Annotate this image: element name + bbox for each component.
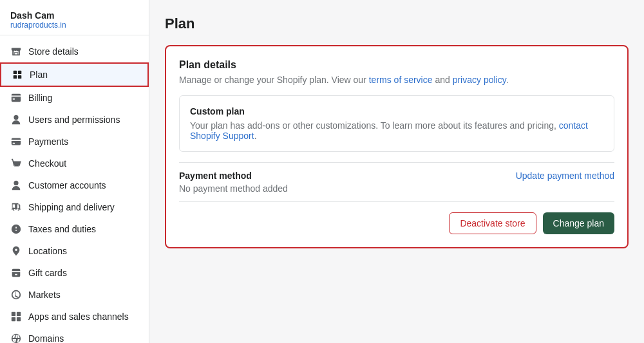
plan-details-desc-suffix: . [506,75,509,85]
sidebar-item-plan[interactable]: Plan [0,62,149,87]
sidebar-item-label: Shipping and delivery [28,202,115,212]
custom-plan-description: Your plan has add-ons or other customiza… [190,120,603,141]
sidebar-item-label: Customer accounts [28,180,106,190]
sidebar-item-label: Gift cards [28,268,67,278]
customer-accounts-icon [10,180,22,191]
sidebar-item-billing[interactable]: Billing [0,87,149,109]
payments-icon [10,136,22,147]
sidebar-item-shipping-and-delivery[interactable]: Shipping and delivery [0,196,149,218]
custom-plan-box: Custom plan Your plan has add-ons or oth… [179,95,614,152]
sidebar-item-label: Domains [28,333,64,343]
sidebar-item-payments[interactable]: Payments [0,131,149,153]
sidebar-item-label: Billing [28,93,52,103]
payment-method-value: No payment method added [179,183,288,194]
sidebar-item-label: Markets [28,290,61,300]
svg-rect-7 [17,317,21,321]
svg-rect-2 [14,75,17,79]
sidebar-header: Dash Cam rudraproducts.in [0,0,149,35]
domains-icon [10,333,22,343]
store-url: rudraproducts.in [10,21,138,30]
plan-details-desc-middle: and [433,75,453,85]
billing-icon [10,92,22,104]
sidebar-item-markets[interactable]: Markets [0,284,149,306]
custom-plan-desc-suffix: . [254,131,257,141]
sidebar-item-domains[interactable]: Domains [0,328,149,343]
store-icon [10,46,22,57]
sidebar-item-label: Checkout [28,158,66,169]
users-icon [10,114,22,125]
page-title: Plan [165,15,629,32]
sidebar: Dash Cam rudraproducts.in Store details … [0,0,149,343]
svg-rect-6 [12,317,15,321]
change-plan-button[interactable]: Change plan [543,212,614,234]
sidebar-item-label: Payments [28,136,68,147]
sidebar-item-apps-and-sales-channels[interactable]: Apps and sales channels [0,306,149,328]
privacy-policy-link[interactable]: privacy policy [453,75,506,85]
plan-card: Plan details Manage or change your Shopi… [165,45,629,248]
svg-rect-4 [12,312,15,316]
sidebar-item-locations[interactable]: Locations [0,240,149,262]
sidebar-item-taxes-and-duties[interactable]: Taxes and duties [0,218,149,240]
update-payment-method-link[interactable]: Update payment method [516,171,614,181]
sidebar-item-gift-cards[interactable]: Gift cards [0,262,149,284]
plan-details-title: Plan details [179,59,614,71]
sidebar-item-label: Apps and sales channels [28,311,129,322]
taxes-icon [10,223,22,235]
sidebar-item-label: Users and permissions [28,115,120,125]
markets-icon [10,289,22,301]
sidebar-item-label: Store details [28,46,79,57]
custom-plan-desc-prefix: Your plan has add-ons or other customiza… [190,120,559,131]
sidebar-item-label: Taxes and duties [28,224,96,234]
locations-icon [10,245,22,257]
sidebar-nav: Store details Plan Billing Users and per… [0,35,149,343]
sidebar-item-label: Plan [30,70,48,80]
plan-details-description: Manage or change your Shopify plan. View… [179,75,614,85]
terms-of-service-link[interactable]: terms of service [369,75,433,85]
checkout-icon [10,158,22,169]
custom-plan-title: Custom plan [190,106,603,116]
svg-rect-3 [18,75,21,79]
main-content: Plan Plan details Manage or change your … [149,0,644,343]
payment-method-label: Payment method [179,171,288,181]
deactivate-store-button[interactable]: Deactivate store [449,212,536,234]
apps-icon [10,311,22,322]
gift-cards-icon [10,267,22,279]
sidebar-item-label: Locations [28,246,67,256]
sidebar-item-store-details[interactable]: Store details [0,41,149,62]
payment-method-section: Payment method No payment method added U… [179,162,614,202]
svg-rect-1 [18,71,21,74]
svg-rect-0 [14,71,17,74]
shipping-icon [10,201,22,213]
sidebar-item-checkout[interactable]: Checkout [0,153,149,174]
store-name: Dash Cam [10,10,138,21]
plan-details-desc-prefix: Manage or change your Shopify plan. View… [179,75,369,85]
sidebar-item-users-and-permissions[interactable]: Users and permissions [0,109,149,131]
payment-method-left: Payment method No payment method added [179,171,288,194]
card-actions: Deactivate store Change plan [179,212,614,234]
sidebar-item-customer-accounts[interactable]: Customer accounts [0,174,149,196]
svg-rect-5 [17,312,21,316]
plan-icon [12,69,23,80]
